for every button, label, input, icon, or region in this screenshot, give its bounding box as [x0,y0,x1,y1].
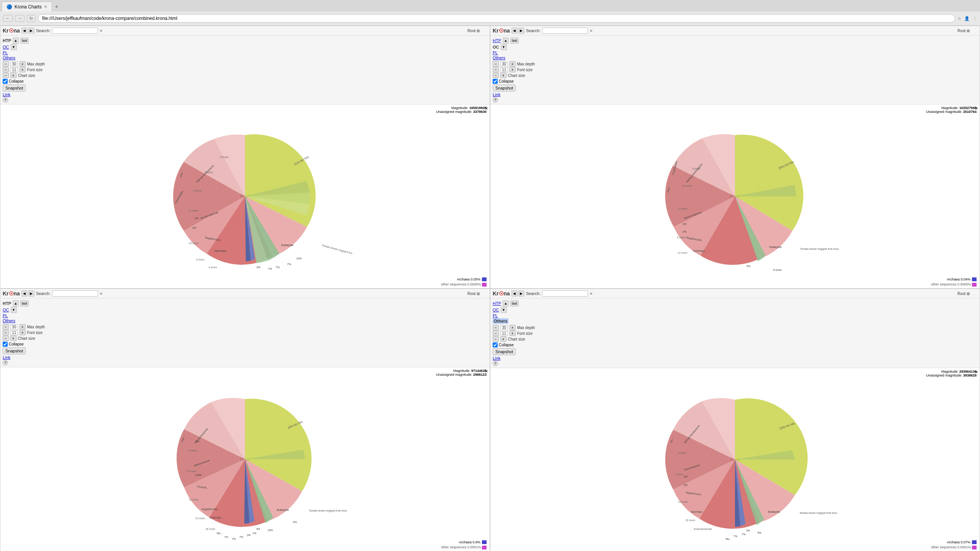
depth-plus-tl[interactable]: + [20,61,26,67]
root-link-tr[interactable]: Root ⊞ [957,29,970,33]
nav-pl-bl[interactable]: PL [3,313,8,318]
font-minus-tl[interactable]: − [3,67,9,72]
new-tab-btn[interactable]: + [52,2,61,11]
chart-area-br[interactable]: Magnitude: 293964136 Unassigned magnitud… [490,368,980,551]
chart-minus-tr[interactable]: − [493,73,499,78]
last-br[interactable]: last [510,300,519,306]
help-btn-bl[interactable]: ? [3,360,8,365]
root-link-br[interactable]: Root ⊞ [957,292,970,296]
nav-others-tl[interactable]: Others [3,55,15,60]
chart-plus-br[interactable]: + [500,336,506,342]
search-clear-tr[interactable]: ✕ [590,29,593,33]
snapshot-btn-tl[interactable]: Snapshot [3,85,26,91]
nav-htp-tl[interactable]: HTP [3,38,11,43]
oc-down-br[interactable]: ▼ [501,307,507,313]
search-input-bl[interactable] [52,290,98,297]
search-clear-br[interactable]: ✕ [590,292,593,296]
prev-btn-tl[interactable]: ◀ [21,28,28,34]
nav-htp-br[interactable]: HTP [493,301,501,306]
chart-minus-tl[interactable]: − [3,73,9,78]
chart-area-tr[interactable]: Magnitude: 102527568 Unassigned magnitud… [490,104,980,288]
chart-minus-bl[interactable]: − [3,336,9,341]
account-icon[interactable]: 👤 [964,16,970,21]
link-btn-tl[interactable]: Link [3,92,10,97]
forward-btn[interactable]: → [15,15,24,22]
expand-tl[interactable]: ▲ [13,37,19,44]
prev-btn-bl[interactable]: ◀ [21,290,28,297]
link-btn-bl[interactable]: Link [3,355,10,360]
search-clear-bl[interactable]: ✕ [100,292,103,296]
close-btn-br[interactable]: ✕ [975,370,978,375]
nav-pl-tl[interactable]: PL [3,51,8,55]
nav-htp-bl[interactable]: HTP [3,301,11,306]
snapshot-btn-bl[interactable]: Snapshot [3,347,26,354]
collapse-cb-br[interactable] [493,342,498,347]
chart-minus-br[interactable]: − [493,336,499,342]
collapse-cb-bl[interactable] [3,342,8,347]
address-bar[interactable] [38,14,955,23]
nav-others-br[interactable]: Others [493,318,508,324]
font-minus-br[interactable]: − [493,331,499,336]
close-btn-bl[interactable]: ✕ [485,369,488,374]
depth-plus-br[interactable]: + [510,325,516,330]
next-btn-bl[interactable]: ▶ [28,290,34,297]
expand-br[interactable]: ▲ [503,300,509,306]
link-btn-tr[interactable]: Link [493,92,500,97]
krona-chart-svg-tr[interactable]: Root 25% No hits Eukaryota 17 more 11 mo… [628,116,842,277]
chart-plus-tr[interactable]: + [500,73,506,78]
depth-minus-tl[interactable]: − [3,61,9,67]
chart-area-tl[interactable]: Magnitude: 165919945 Unassigned magnitud… [0,104,490,288]
chart-area-bl[interactable]: Magnitude: 97144635 Unassigned magnitude… [0,367,490,551]
krona-chart-svg-tl[interactable]: Root 31% No hits Eukaryota [138,116,352,277]
close-btn-tr[interactable]: ✕ [975,106,978,111]
bookmark-icon[interactable]: ☆ [957,16,961,21]
help-btn-br[interactable]: ? [493,361,498,366]
collapse-cb-tr[interactable] [493,79,498,84]
nav-pl-tr[interactable]: PL [493,51,498,55]
expand-tr[interactable]: ▲ [503,37,509,44]
search-input-tl[interactable] [52,28,98,34]
nav-oc-tr[interactable]: OC [493,45,499,49]
oc-down-bl[interactable]: ▼ [11,307,17,313]
font-plus-br[interactable]: + [510,331,516,336]
nav-oc-br[interactable]: OC [493,308,499,312]
snapshot-btn-br[interactable]: Snapshot [493,348,516,355]
next-btn-br[interactable]: ▶ [518,290,524,297]
nav-pl-br[interactable]: PL [493,313,498,318]
depth-plus-bl[interactable]: + [20,324,26,329]
next-btn-tl[interactable]: ▶ [28,28,34,34]
chart-plus-tl[interactable]: + [10,73,16,78]
font-minus-bl[interactable]: − [3,330,9,335]
close-btn-tl[interactable]: ✕ [485,106,488,111]
chart-plus-bl[interactable]: + [10,336,16,341]
search-input-br[interactable] [542,290,588,297]
tab-close-btn[interactable]: ✕ [44,5,47,9]
nav-others-tr[interactable]: Others [493,55,505,60]
search-clear-tl[interactable]: ✕ [100,29,103,33]
root-link-tl[interactable]: Root ⊞ [467,29,480,33]
depth-plus-tr[interactable]: + [510,61,516,67]
font-plus-tl[interactable]: + [20,67,26,72]
krona-chart-svg-bl[interactable]: Root 29% No hits Eukaryota [138,377,352,542]
collapse-cb-tl[interactable] [3,79,8,84]
help-btn-tr[interactable]: ? [493,97,498,103]
font-minus-tr[interactable]: − [493,67,499,72]
depth-minus-tr[interactable]: − [493,61,499,67]
nav-oc-bl[interactable]: OC [3,308,9,312]
prev-btn-br[interactable]: ◀ [511,290,518,297]
help-btn-tl[interactable]: ? [3,97,8,103]
depth-minus-bl[interactable]: − [3,324,9,329]
next-btn-tr[interactable]: ▶ [518,28,524,34]
refresh-btn[interactable]: ↻ [27,15,36,22]
last-bl[interactable]: last [20,300,29,306]
oc-down-tr[interactable]: ▼ [501,44,507,50]
prev-btn-tr[interactable]: ◀ [511,28,518,34]
nav-htp-tr[interactable]: HTP [493,38,501,43]
nav-others-bl[interactable]: Others [3,318,15,323]
font-plus-tr[interactable]: + [510,67,516,72]
root-link-bl[interactable]: Root ⊞ [467,292,480,296]
nav-oc-tl[interactable]: OC [3,45,9,49]
depth-minus-br[interactable]: − [493,325,499,330]
font-plus-bl[interactable]: + [20,330,26,335]
expand-bl[interactable]: ▲ [13,300,19,306]
